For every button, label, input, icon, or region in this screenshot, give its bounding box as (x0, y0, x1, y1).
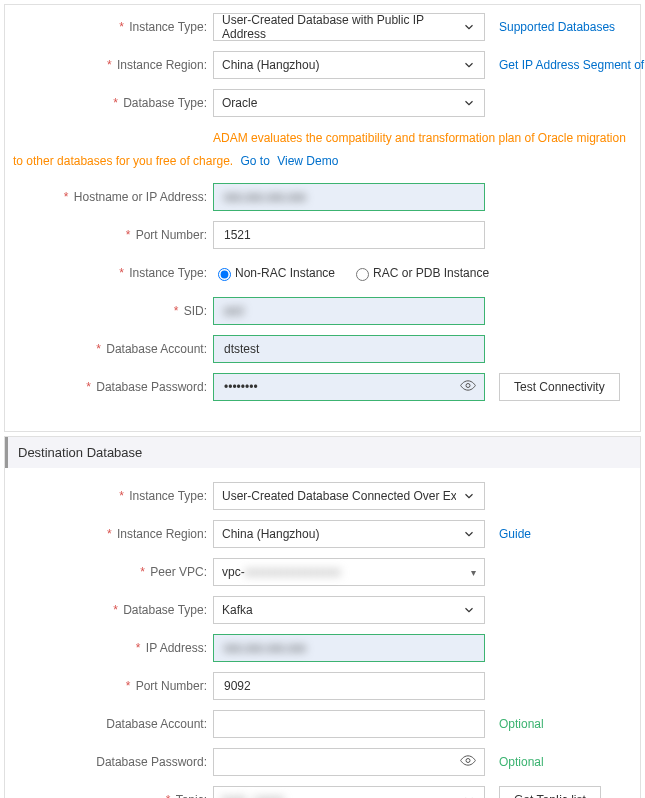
dest-database-type-select[interactable]: Kafka (213, 596, 485, 624)
svg-point-0 (466, 383, 470, 387)
dest-port-label: * Port Number: (13, 679, 213, 693)
instance-region-select[interactable]: China (Hangzhou) (213, 51, 485, 79)
dest-db-password-input[interactable] (213, 748, 485, 776)
adam-goto-link[interactable]: Go to (240, 154, 269, 168)
chevron-down-icon (462, 20, 476, 34)
chevron-down-icon (462, 793, 476, 798)
db-password-label: * Database Password: (13, 380, 213, 394)
dest-db-account-label: Database Account: (13, 717, 213, 731)
instance-type-label: * Instance Type: (13, 20, 213, 34)
chevron-down-icon (462, 489, 476, 503)
optional-label: Optional (499, 717, 544, 731)
dest-port-input[interactable] (213, 672, 485, 700)
sid-label: * SID: (13, 304, 213, 318)
adam-note: ADAM evaluates the compatibility and tra… (13, 127, 632, 173)
ip-address-label: * IP Address: (13, 641, 213, 655)
instance-type-radio-group: Non-RAC Instance RAC or PDB Instance (213, 265, 632, 281)
port-label: * Port Number: (13, 228, 213, 242)
get-ip-segment-link[interactable]: Get IP Address Segment of DTS (499, 58, 645, 72)
destination-header: Destination Database (5, 437, 640, 468)
instance-type2-label: * Instance Type: (13, 266, 213, 280)
dest-db-account-input[interactable] (213, 710, 485, 738)
chevron-down-icon (462, 603, 476, 617)
db-password-input[interactable] (213, 373, 485, 401)
peer-vpc-select[interactable]: vpc-xxxxxxxxxxxxxxxx ▾ (213, 558, 485, 586)
test-connectivity-button[interactable]: Test Connectivity (499, 373, 620, 401)
ip-address-input[interactable] (213, 634, 485, 662)
peer-vpc-label: * Peer VPC: (13, 565, 213, 579)
chevron-down-icon (462, 527, 476, 541)
eye-icon[interactable] (460, 752, 476, 771)
eye-icon[interactable] (460, 377, 476, 396)
chevron-down-icon (462, 58, 476, 72)
caret-down-icon: ▾ (471, 566, 476, 577)
db-account-label: * Database Account: (13, 342, 213, 356)
hostname-input[interactable] (213, 183, 485, 211)
get-topic-list-button[interactable]: Get TopIic list (499, 786, 601, 798)
topic-label: * Topic: (13, 793, 213, 798)
dest-instance-type-label: * Instance Type: (13, 489, 213, 503)
dest-instance-region-select[interactable]: China (Hangzhou) (213, 520, 485, 548)
supported-databases-link[interactable]: Supported Databases (499, 20, 615, 34)
dest-instance-region-label: * Instance Region: (13, 527, 213, 541)
dest-instance-type-select[interactable]: User-Created Database Connected Over Exp… (213, 482, 485, 510)
dest-database-type-label: * Database Type: (13, 603, 213, 617)
database-type-select[interactable]: Oracle (213, 89, 485, 117)
guide-link[interactable]: Guide (499, 527, 531, 541)
hostname-label: * Hostname or IP Address: (13, 190, 213, 204)
optional-label: Optional (499, 755, 544, 769)
instance-region-label: * Instance Region: (13, 58, 213, 72)
chevron-down-icon (462, 96, 476, 110)
topic-select[interactable]: topic_name (213, 786, 485, 798)
svg-point-1 (466, 758, 470, 762)
destination-database-panel: Destination Database * Instance Type: Us… (4, 436, 641, 798)
adam-viewdemo-link[interactable]: View Demo (277, 154, 338, 168)
port-input[interactable] (213, 221, 485, 249)
database-type-label: * Database Type: (13, 96, 213, 110)
dest-db-password-label: Database Password: (13, 755, 213, 769)
db-account-input[interactable] (213, 335, 485, 363)
sid-input[interactable] (213, 297, 485, 325)
source-database-panel: * Instance Type: User-Created Database w… (4, 4, 641, 432)
instance-type-select[interactable]: User-Created Database with Public IP Add… (213, 13, 485, 41)
rac-radio[interactable]: RAC or PDB Instance (351, 265, 489, 281)
non-rac-radio[interactable]: Non-RAC Instance (213, 265, 335, 281)
